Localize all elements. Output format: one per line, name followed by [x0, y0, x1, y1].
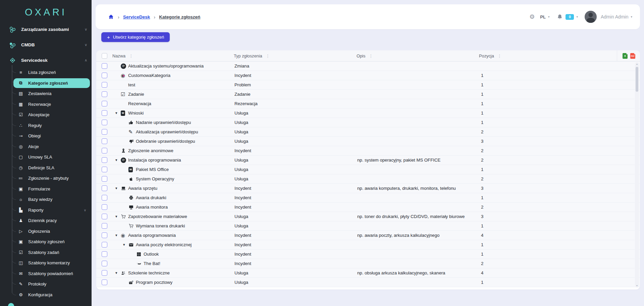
expand-caret-icon[interactable]: ▾: [115, 214, 121, 219]
home-icon[interactable]: [108, 14, 114, 20]
row-checkbox[interactable]: [102, 223, 107, 229]
user-avatar[interactable]: [585, 11, 597, 23]
row-checkbox[interactable]: [102, 148, 107, 154]
select-all-checkbox[interactable]: [102, 53, 107, 59]
row-checkbox[interactable]: [102, 279, 107, 285]
grid-icon: ▤: [17, 91, 24, 96]
settings-gear-icon[interactable]: ⚙: [529, 13, 535, 20]
row-checkbox[interactable]: [102, 251, 107, 257]
hexagons-icon: [8, 25, 16, 33]
chevron-down-icon[interactable]: ▾: [631, 15, 632, 18]
row-checkbox[interactable]: [102, 261, 107, 266]
excel-export-icon[interactable]: X: [623, 53, 628, 59]
row-checkbox[interactable]: [102, 204, 107, 210]
table-row[interactable]: ✎Aktualizacja uprawnień/dostępuUsługa2: [96, 127, 640, 137]
table-row[interactable]: The Bat!Incydent2: [96, 259, 640, 268]
row-checkbox[interactable]: [102, 129, 107, 135]
table-row[interactable]: ▾wWnioskiUsługa1: [96, 108, 640, 118]
column-menu-icon[interactable]: ⋮: [129, 53, 133, 58]
table-row[interactable]: ▾Awaria poczty elektronicznejIncydent1: [96, 240, 640, 250]
row-checkbox[interactable]: [102, 242, 107, 248]
category-description: np. system operacyjny, pakiet MS OFFICE: [357, 158, 479, 163]
row-checkbox[interactable]: [102, 195, 107, 201]
row-checkbox[interactable]: [102, 167, 107, 172]
scroll-down-icon[interactable]: ▼: [635, 285, 639, 287]
category-name: Zadanie: [128, 92, 144, 97]
table-row[interactable]: ▾⟳Instalacja oprogramowaniaUsługanp. sys…: [96, 156, 640, 165]
expand-caret-icon[interactable]: ▾: [115, 271, 121, 275]
workflow-icon: ⊸: [17, 133, 24, 138]
breadcrumb-servicedesk[interactable]: ServiceDesk: [123, 14, 150, 19]
row-checkbox[interactable]: [102, 101, 107, 106]
table-row[interactable]: Nadanie uprawnień/dostępuUsługa1: [96, 118, 640, 127]
expand-caret-icon[interactable]: ▾: [115, 111, 121, 115]
pdf-export-icon[interactable]: PDF: [630, 53, 635, 59]
table-row[interactable]: Zgłoszenie anonimoweIncydent2: [96, 146, 640, 156]
row-checkbox[interactable]: [102, 73, 107, 78]
row-checkbox[interactable]: [102, 232, 107, 238]
table-row[interactable]: ◉CustomowaKategoriaIncydent1: [96, 71, 640, 80]
notifications-bell-icon[interactable]: [557, 14, 563, 20]
table-row[interactable]: ▾Zapotrzebowanie materiałoweUsługanp. to…: [96, 212, 640, 221]
row-checkbox[interactable]: [102, 270, 107, 276]
categories-table: Nazwa⋮ Typ zgłoszenia⋮ Opis⋮ Pozycja⋮ X …: [96, 50, 640, 290]
scroll-thumb[interactable]: [636, 67, 638, 92]
row-checkbox[interactable]: [102, 82, 107, 88]
chevron-down-icon[interactable]: ▾: [548, 15, 550, 18]
sidebar-section-cmdb[interactable]: CMDB∨: [0, 37, 92, 52]
table-row[interactable]: ☑ZadanieZadanie1: [96, 90, 640, 99]
category-position: 2: [479, 158, 640, 163]
row-checkbox[interactable]: [102, 185, 107, 191]
table-row[interactable]: wPakiet MS OfficeUsługa1: [96, 165, 640, 174]
row-checkbox[interactable]: [102, 214, 107, 219]
create-category-button[interactable]: + Utwórz kategorię zgłoszeń: [101, 32, 170, 42]
row-checkbox[interactable]: [102, 138, 107, 144]
notifications-count-badge[interactable]: 0: [566, 14, 574, 20]
category-position: 1: [479, 92, 640, 97]
chevron-icon[interactable]: ∧: [85, 58, 87, 62]
expand-caret-icon[interactable]: ▾: [123, 243, 128, 247]
table-scrollbar[interactable]: ▲ ▼: [635, 62, 639, 288]
row-checkbox[interactable]: [102, 91, 107, 97]
table-row[interactable]: ▾Awaria sprzętuIncydentnp. awaria komput…: [96, 184, 640, 193]
column-header-opis: Opis⋮: [357, 53, 479, 58]
table-row[interactable]: OutlookIncydent1: [96, 250, 640, 259]
sidebar-section-zarz-dzanie-zasobami[interactable]: Zarządzanie zasobami∨: [0, 21, 92, 37]
ticket-type: Incydent: [234, 186, 357, 191]
expand-caret-icon[interactable]: ▾: [115, 186, 121, 190]
category-name: Program pocztowy: [136, 280, 172, 285]
column-menu-icon[interactable]: ⋮: [369, 53, 373, 58]
chevron-down-icon[interactable]: ▾: [576, 15, 578, 18]
row-checkbox[interactable]: [102, 110, 107, 116]
table-row[interactable]: System OperacyjnyUsługa2: [96, 174, 640, 184]
table-row[interactable]: ▾◉Awaria oprogramowaniaIncydentnp. awari…: [96, 231, 640, 240]
table-row[interactable]: Wymiana tonera drukarkiUsługa1: [96, 221, 640, 231]
chevron-icon[interactable]: ∨: [85, 43, 87, 47]
row-checkbox[interactable]: [102, 120, 107, 125]
sidebar-item-konfiguracja[interactable]: ⚙Konfiguracja: [0, 290, 92, 300]
table-row[interactable]: Odebranie uprawnień/dostępuUsługa3: [96, 137, 640, 146]
table-row[interactable]: Awaria drukarkiIncydent1: [96, 193, 640, 203]
table-row[interactable]: ⟳Aktualizacja systemu/oprogramowaniaZmia…: [96, 61, 640, 71]
table-row[interactable]: RezerwacjaRezerwacja1: [96, 99, 640, 108]
update-icon: ⟳: [121, 63, 128, 69]
breadcrumb-current[interactable]: Kategorie zgłoszeń: [159, 14, 200, 19]
expand-caret-icon[interactable]: ▾: [115, 158, 121, 162]
row-checkbox[interactable]: [102, 63, 107, 69]
gears-icon: ⚙: [17, 292, 24, 297]
row-checkbox[interactable]: [102, 176, 107, 182]
category-name: Nadanie uprawnień/dostępu: [136, 120, 191, 125]
table-row[interactable]: testProblem1: [96, 80, 640, 90]
expand-caret-icon[interactable]: ▾: [115, 233, 121, 237]
chevron-icon[interactable]: ∨: [85, 27, 87, 32]
row-checkbox[interactable]: [102, 157, 107, 163]
column-menu-icon[interactable]: ⋮: [266, 53, 270, 58]
table-row[interactable]: Program pocztowyUsługa1: [96, 278, 640, 287]
chat-fab-icon[interactable]: [8, 303, 14, 306]
table-row[interactable]: Awaria monitoraIncydent2: [96, 203, 640, 212]
scroll-up-icon[interactable]: ▲: [635, 63, 639, 65]
chevron-icon[interactable]: ∨: [84, 208, 86, 212]
language-selector[interactable]: PL: [540, 14, 546, 19]
table-row[interactable]: ▾Szkolenie techniczneUsługanp. obsługa a…: [96, 268, 640, 278]
column-menu-icon[interactable]: ⋮: [497, 53, 502, 58]
